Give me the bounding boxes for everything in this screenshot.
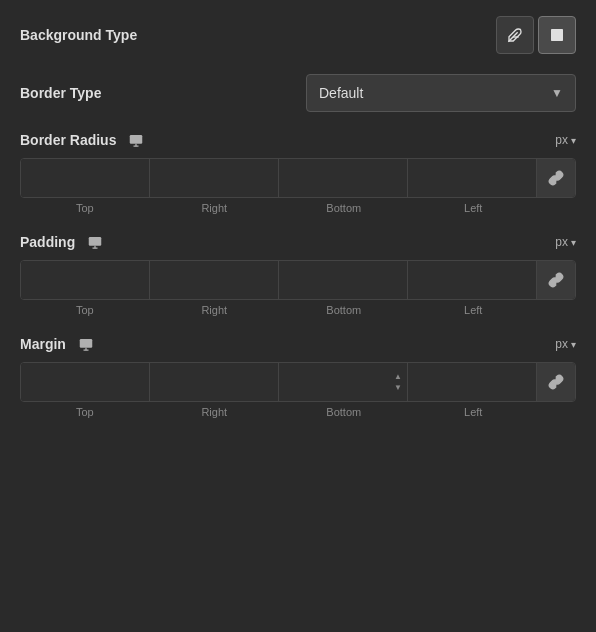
brush-button[interactable]: [496, 16, 534, 54]
border-radius-header: Border Radius px ▾: [20, 132, 576, 148]
margin-bottom-increment[interactable]: ▲: [391, 372, 405, 382]
border-type-value: Default: [319, 85, 363, 101]
padding-unit[interactable]: px ▾: [555, 235, 576, 249]
padding-top-cell: [21, 261, 150, 299]
padding-right-cell: [150, 261, 279, 299]
border-radius-left-input[interactable]: [408, 159, 536, 197]
padding-top-label: Top: [20, 304, 150, 316]
padding-link-icon: [548, 272, 564, 288]
margin-top-input[interactable]: [21, 363, 149, 401]
margin-bottom-spinner: ▲ ▼: [391, 363, 405, 401]
margin-left-input[interactable]: [408, 363, 536, 401]
padding-label: Padding: [20, 234, 75, 250]
margin-unit-chevron: ▾: [571, 339, 576, 350]
padding-left-cell: [408, 261, 537, 299]
margin-label: Margin: [20, 336, 66, 352]
padding-top-input[interactable]: [21, 261, 149, 299]
margin-bottom-label: Bottom: [279, 406, 409, 418]
border-type-label: Border Type: [20, 85, 101, 101]
border-radius-link-button[interactable]: [537, 159, 575, 197]
margin-monitor-icon: [76, 336, 96, 352]
border-radius-title-group: Border Radius: [20, 132, 146, 148]
border-radius-bottom-cell: [279, 159, 408, 197]
margin-title-group: Margin: [20, 336, 96, 352]
border-radius-left-label: Left: [409, 202, 539, 214]
border-radius-top-input[interactable]: [21, 159, 149, 197]
margin-link-button[interactable]: [537, 363, 575, 401]
border-radius-unit[interactable]: px ▾: [555, 133, 576, 147]
square-icon: [549, 27, 565, 43]
margin-bottom-input[interactable]: [289, 363, 397, 401]
margin-unit[interactable]: px ▾: [555, 337, 576, 351]
padding-link-button[interactable]: [537, 261, 575, 299]
padding-right-label: Right: [150, 304, 280, 316]
padding-unit-label: px: [555, 235, 568, 249]
svg-rect-2: [551, 29, 563, 41]
margin-bottom-cell: ▲ ▼: [279, 363, 408, 401]
margin-section: Margin px ▾ ▲ ▼: [20, 336, 576, 418]
padding-bottom-cell: [279, 261, 408, 299]
border-type-dropdown[interactable]: Default ▼: [306, 74, 576, 112]
padding-labels: Top Right Bottom Left: [20, 304, 576, 316]
border-type-section: Border Type Default ▼: [20, 74, 576, 112]
margin-labels: Top Right Bottom Left: [20, 406, 576, 418]
margin-bottom-decrement[interactable]: ▼: [391, 383, 405, 393]
border-radius-left-cell: [408, 159, 537, 197]
padding-section: Padding px ▾: [20, 234, 576, 316]
border-radius-labels: Top Right Bottom Left: [20, 202, 576, 214]
border-radius-top-label: Top: [20, 202, 150, 214]
border-radius-unit-label: px: [555, 133, 568, 147]
padding-monitor-icon: [85, 234, 105, 250]
margin-unit-label: px: [555, 337, 568, 351]
square-button[interactable]: [538, 16, 576, 54]
margin-left-cell: [408, 363, 537, 401]
border-radius-right-cell: [150, 159, 279, 197]
svg-rect-6: [89, 236, 102, 245]
monitor-icon: [126, 132, 146, 148]
border-radius-bottom-label: Bottom: [279, 202, 409, 214]
margin-header: Margin px ▾: [20, 336, 576, 352]
border-radius-right-input[interactable]: [150, 159, 278, 197]
padding-left-label: Left: [409, 304, 539, 316]
padding-inputs: [20, 260, 576, 300]
background-type-label: Background Type: [20, 27, 137, 43]
border-radius-top-cell: [21, 159, 150, 197]
svg-rect-3: [130, 134, 143, 143]
padding-bottom-input[interactable]: [279, 261, 407, 299]
padding-header: Padding px ▾: [20, 234, 576, 250]
margin-inputs: ▲ ▼: [20, 362, 576, 402]
background-type-buttons: [496, 16, 576, 54]
margin-right-cell: [150, 363, 279, 401]
margin-top-label: Top: [20, 406, 150, 418]
brush-icon: [507, 27, 523, 43]
background-type-section: Background Type: [20, 16, 576, 54]
padding-bottom-label: Bottom: [279, 304, 409, 316]
margin-left-label: Left: [409, 406, 539, 418]
padding-title-group: Padding: [20, 234, 105, 250]
chevron-down-icon: ▼: [551, 86, 563, 100]
margin-right-input[interactable]: [150, 363, 278, 401]
margin-link-icon: [548, 374, 564, 390]
border-radius-right-label: Right: [150, 202, 280, 214]
padding-left-input[interactable]: [408, 261, 536, 299]
border-radius-label: Border Radius: [20, 132, 116, 148]
border-radius-inputs: [20, 158, 576, 198]
link-icon: [548, 170, 564, 186]
margin-top-cell: [21, 363, 150, 401]
padding-unit-chevron: ▾: [571, 237, 576, 248]
border-radius-bottom-input[interactable]: [279, 159, 407, 197]
border-radius-unit-chevron: ▾: [571, 135, 576, 146]
padding-right-input[interactable]: [150, 261, 278, 299]
svg-rect-9: [80, 338, 93, 347]
border-radius-section: Border Radius px ▾: [20, 132, 576, 214]
margin-right-label: Right: [150, 406, 280, 418]
